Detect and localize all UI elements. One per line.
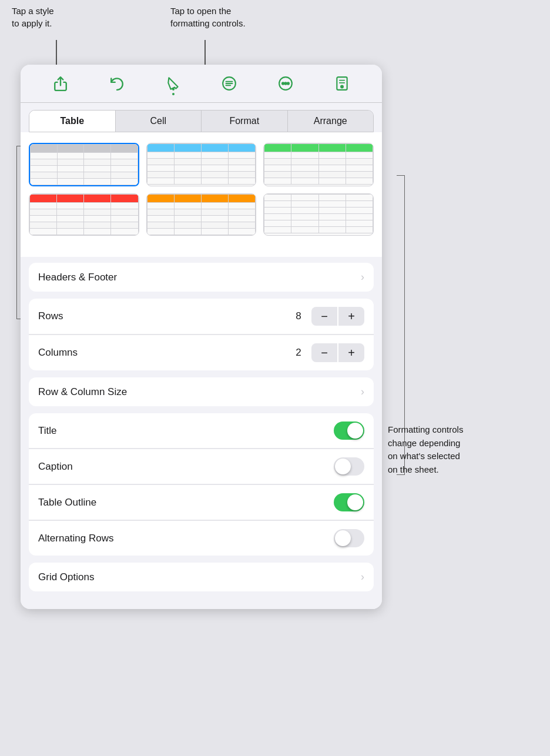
sections-wrapper: Headers & Footer › Rows 8 − + Columns 2 … bbox=[21, 257, 382, 609]
columns-value: 2 bbox=[291, 347, 306, 359]
row-column-size-row[interactable]: Row & Column Size › bbox=[29, 377, 374, 406]
grid-options-row[interactable]: Grid Options › bbox=[29, 563, 374, 591]
caption-label: Caption bbox=[38, 461, 334, 473]
annotation-formatting: Formatting controls change depending on … bbox=[388, 423, 463, 476]
table-style-orange[interactable] bbox=[146, 193, 257, 236]
share-icon[interactable] bbox=[50, 73, 71, 94]
tab-format[interactable]: Format bbox=[202, 111, 288, 132]
tabs-wrapper: Table Cell Format Arrange bbox=[21, 103, 382, 132]
rows-decrement[interactable]: − bbox=[311, 307, 337, 326]
section-grid-options: Grid Options › bbox=[29, 563, 374, 591]
columns-row: Columns 2 − + bbox=[29, 335, 374, 370]
more-icon[interactable] bbox=[275, 73, 296, 94]
tab-cell[interactable]: Cell bbox=[116, 111, 202, 132]
table-style-gray[interactable] bbox=[29, 143, 139, 186]
columns-decrement[interactable]: − bbox=[311, 343, 337, 362]
alternating-rows-label: Alternating Rows bbox=[38, 533, 334, 544]
section-toggles: Title Caption Table Outline bbox=[29, 413, 374, 556]
caption-toggle-knob bbox=[335, 459, 351, 474]
document-icon[interactable] bbox=[331, 73, 353, 94]
format-panel: Table Cell Format Arrange bbox=[21, 65, 382, 609]
caption-toggle[interactable] bbox=[334, 457, 364, 476]
rows-value: 8 bbox=[291, 310, 306, 322]
title-toggle-knob bbox=[347, 423, 363, 439]
tab-table[interactable]: Table bbox=[29, 111, 116, 132]
table-outline-toggle-knob bbox=[347, 494, 363, 510]
alternating-rows-toggle-knob bbox=[335, 530, 351, 546]
annotation-tap-style: Tap a style to apply it. bbox=[12, 5, 54, 29]
tab-content bbox=[21, 132, 382, 257]
row-column-size-label: Row & Column Size bbox=[38, 386, 361, 398]
rows-row: Rows 8 − + bbox=[29, 299, 374, 334]
alternating-rows-row: Alternating Rows bbox=[29, 521, 374, 556]
table-outline-toggle[interactable] bbox=[334, 493, 364, 511]
annotation-tap-format: Tap to open the formatting controls. bbox=[170, 5, 246, 29]
table-outline-label: Table Outline bbox=[38, 497, 334, 509]
svg-point-6 bbox=[282, 82, 284, 84]
title-label: Title bbox=[38, 425, 334, 437]
table-style-red[interactable] bbox=[29, 193, 139, 236]
table-style-green[interactable] bbox=[263, 143, 374, 186]
row-column-size-chevron: › bbox=[361, 386, 364, 398]
svg-point-8 bbox=[287, 82, 289, 84]
headers-footer-row[interactable]: Headers & Footer › bbox=[29, 263, 374, 292]
tab-arrange[interactable]: Arrange bbox=[288, 111, 374, 132]
text-align-icon[interactable] bbox=[219, 73, 240, 94]
table-styles-grid bbox=[29, 143, 374, 236]
format-brush-icon[interactable] bbox=[163, 73, 184, 94]
section-row-column-size: Row & Column Size › bbox=[29, 377, 374, 406]
columns-label: Columns bbox=[38, 347, 291, 359]
headers-footer-chevron: › bbox=[361, 271, 364, 283]
title-row: Title bbox=[29, 413, 374, 449]
toolbar bbox=[21, 65, 382, 103]
table-outline-row: Table Outline bbox=[29, 485, 374, 520]
undo-icon[interactable] bbox=[106, 73, 128, 94]
alternating-rows-toggle[interactable] bbox=[334, 529, 364, 547]
tabs-row: Table Cell Format Arrange bbox=[29, 110, 374, 132]
svg-point-0 bbox=[172, 88, 174, 91]
svg-point-13 bbox=[341, 86, 343, 88]
caption-row: Caption bbox=[29, 449, 374, 484]
rows-label: Rows bbox=[38, 310, 291, 322]
section-rows-cols: Rows 8 − + Columns 2 − + bbox=[29, 299, 374, 370]
table-style-plain[interactable] bbox=[263, 193, 374, 236]
title-toggle[interactable] bbox=[334, 422, 364, 440]
rows-increment[interactable]: + bbox=[338, 307, 364, 326]
svg-point-7 bbox=[285, 82, 287, 84]
grid-options-chevron: › bbox=[361, 571, 364, 583]
headers-footer-label: Headers & Footer bbox=[38, 272, 361, 283]
table-style-blue[interactable] bbox=[146, 143, 257, 186]
columns-stepper: 2 − + bbox=[291, 343, 364, 362]
columns-increment[interactable]: + bbox=[338, 343, 364, 362]
section-headers-footer: Headers & Footer › bbox=[29, 263, 374, 292]
rows-stepper: 8 − + bbox=[291, 307, 364, 326]
grid-options-label: Grid Options bbox=[38, 571, 361, 583]
